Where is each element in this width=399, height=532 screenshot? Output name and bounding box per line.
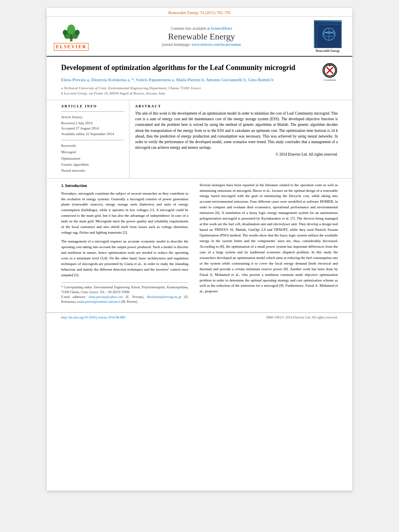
main-right-column: Several strategies have been reported in… <box>194 183 338 304</box>
journal-citation: Renewable Energy 74 (2015) 782–795 <box>47 8 352 17</box>
journal-page: Renewable Energy 74 (2015) 782–795 ELSEV… <box>47 8 352 491</box>
main-content: 1. Introduction Nowadays, microgrids con… <box>47 183 352 304</box>
journal-cover: Renewable Energy <box>310 20 346 53</box>
section-divider-2 <box>61 140 124 140</box>
abstract-column: ABSTRACT The aim of this work is the dev… <box>130 100 338 178</box>
article-info-header: ARTICLE INFO <box>61 104 124 108</box>
footnote-divider <box>61 282 188 283</box>
homepage-line: journal homepage: www.elsevier.com/locat… <box>93 43 310 47</box>
authors-list: Elena Provata a, Dionysia Kolokotsa a, *… <box>61 76 318 83</box>
keywords-label: Keywords: <box>61 144 124 148</box>
affiliation-a: a Technical University of Crete, Environ… <box>61 86 318 91</box>
main-left-column: 1. Introduction Nowadays, microgrids con… <box>61 183 194 304</box>
available-date: Available online 22 September 2014 <box>61 131 124 137</box>
abstract-header: ABSTRACT <box>135 104 338 108</box>
keyword-3: Genetic algorithms <box>61 162 124 168</box>
elsevier-tree-icon <box>59 22 83 42</box>
svg-rect-7 <box>315 22 342 48</box>
homepage-link[interactable]: www.elsevier.com/locate/renene <box>191 43 241 47</box>
cover-image <box>314 20 342 48</box>
article-info-column: ARTICLE INFO Article history: Received 2… <box>61 100 130 178</box>
svg-point-5 <box>63 30 68 35</box>
article-title: Development of optimization algorithms f… <box>61 63 318 72</box>
affiliation-b: b Loccioni Group, via Fiume 16, 60030 An… <box>61 91 318 97</box>
citation-text: Renewable Energy 74 (2015) 782–795 <box>169 10 231 15</box>
footnote-emails: E-mail addresses: elena.provata@yahoo.co… <box>61 295 188 304</box>
svg-point-6 <box>75 30 80 35</box>
abstract-text: The aim of this work is the development … <box>135 111 338 151</box>
elsevier-logo: ELSEVIER <box>53 22 89 51</box>
introduction-title: 1. Introduction <box>61 183 188 189</box>
svg-point-4 <box>67 25 75 34</box>
abstract-copyright: © 2014 Elsevier Ltd. All rights reserved… <box>135 152 338 156</box>
svg-point-15 <box>329 65 331 66</box>
elsevier-brand: ELSEVIER <box>54 43 89 51</box>
keyword-4: Neural networks <box>61 168 124 174</box>
journal-title: Renewable Energy <box>93 31 310 42</box>
crossmark: CrossMark <box>322 63 338 82</box>
intro-paragraph-2: The management of a microgrid requires a… <box>61 239 188 278</box>
journal-center-info: Contents lists available at ScienceDirec… <box>93 27 310 47</box>
sciencedirect-link[interactable]: ScienceDirect <box>211 27 232 31</box>
keyword-2: Optimization <box>61 156 124 162</box>
bottom-bar: http://dx.doi.org/10.1016/j.renene.2014.… <box>47 312 352 322</box>
crossmark-label: CrossMark <box>323 78 336 82</box>
section-divider <box>61 111 124 112</box>
crossmark-icon <box>323 63 337 78</box>
issn-text: 0960-1481/© 2014 Elsevier Ltd. All right… <box>266 315 338 319</box>
email-link-2[interactable]: dkolokotsa@enveng.tuc.gr <box>147 295 181 299</box>
email-link-3[interactable]: maila.pietrini@studenti.unicam.it <box>77 300 121 304</box>
email-link-1[interactable]: elena.provata@yahoo.com <box>88 295 123 299</box>
doi-link[interactable]: http://dx.doi.org/10.1016/j.renene.2014.… <box>61 315 125 319</box>
history-label: Article history: <box>61 115 124 119</box>
article-info-abstract-section: ARTICLE INFO Article history: Received 2… <box>47 100 352 179</box>
article-title-section: Development of optimization algorithms f… <box>47 57 352 100</box>
journal-header: ELSEVIER Contents lists available at Sci… <box>47 17 352 57</box>
article-title-text: Development of optimization algorithms f… <box>61 63 318 97</box>
intro-paragraph-1: Nowadays, microgrids constitute the subj… <box>61 191 188 236</box>
sciencedirect-line: Contents lists available at ScienceDirec… <box>93 27 310 31</box>
received-date: Received 2 July 2014 <box>61 121 124 126</box>
keyword-1: Microgrid <box>61 149 124 155</box>
accepted-date: Accepted 27 August 2014 <box>61 126 124 131</box>
right-paragraph-1: Several strategies have been reported in… <box>200 183 338 295</box>
footnote-corresponding: * Corresponding author. Environmental En… <box>61 285 188 295</box>
cover-title: Renewable Energy <box>316 49 340 53</box>
keywords-list: Microgrid Optimization Genetic algorithm… <box>61 149 124 174</box>
